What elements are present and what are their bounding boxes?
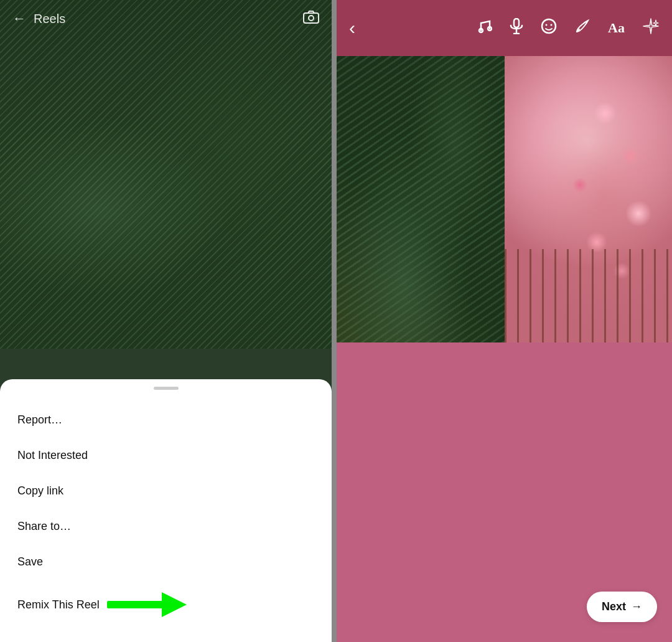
svg-point-1 bbox=[309, 16, 314, 21]
next-button[interactable]: Next → bbox=[587, 592, 657, 622]
svg-point-10 bbox=[546, 24, 548, 26]
svg-rect-6 bbox=[514, 19, 519, 27]
panel-divider bbox=[332, 0, 337, 642]
save-label: Save bbox=[17, 555, 43, 569]
reels-background bbox=[0, 0, 332, 349]
menu-item-report[interactable]: Report… bbox=[0, 402, 332, 438]
svg-point-9 bbox=[542, 19, 556, 33]
right-panel: ‹ bbox=[337, 0, 672, 642]
back-icon[interactable]: ‹ bbox=[349, 17, 355, 39]
back-button[interactable]: ← bbox=[12, 11, 26, 27]
svg-rect-0 bbox=[304, 13, 319, 23]
menu-item-save[interactable]: Save bbox=[0, 544, 332, 580]
next-arrow-icon: → bbox=[631, 600, 642, 613]
text-icon[interactable]: Aa bbox=[608, 20, 625, 36]
sparkle-icon[interactable] bbox=[642, 17, 660, 39]
report-label: Report… bbox=[17, 413, 62, 427]
menu-item-not-interested[interactable]: Not Interested bbox=[0, 438, 332, 473]
music-icon[interactable] bbox=[476, 18, 492, 38]
top-bar-left: ← Reels bbox=[12, 11, 65, 27]
svg-point-11 bbox=[551, 24, 553, 26]
svg-marker-3 bbox=[162, 592, 187, 617]
bottom-sheet: Report… Not Interested Copy link Share t… bbox=[0, 379, 332, 642]
left-panel: ← Reels Report… Not Interested Copy link… bbox=[0, 0, 332, 642]
draw-icon[interactable] bbox=[574, 18, 590, 38]
green-arrow-indicator bbox=[107, 591, 188, 618]
images-container bbox=[337, 56, 672, 342]
share-to-label: Share to… bbox=[17, 520, 71, 533]
remix-label: Remix This Reel bbox=[17, 598, 100, 611]
page-title: Reels bbox=[34, 12, 65, 26]
svg-rect-2 bbox=[107, 601, 166, 608]
menu-item-copy-link[interactable]: Copy link bbox=[0, 473, 332, 509]
editor-toolbar: ‹ bbox=[337, 0, 672, 56]
menu-item-share-to[interactable]: Share to… bbox=[0, 509, 332, 544]
fern-image bbox=[337, 56, 505, 342]
camera-icon[interactable] bbox=[303, 10, 319, 27]
blossom-image bbox=[505, 56, 673, 342]
top-bar: ← Reels bbox=[0, 0, 332, 37]
face-icon[interactable] bbox=[541, 18, 557, 38]
next-label: Next bbox=[602, 600, 626, 613]
microphone-icon[interactable] bbox=[510, 18, 523, 38]
menu-item-remix[interactable]: Remix This Reel bbox=[0, 580, 332, 630]
sheet-handle bbox=[154, 387, 179, 390]
not-interested-label: Not Interested bbox=[17, 449, 88, 462]
copy-link-label: Copy link bbox=[17, 484, 63, 498]
